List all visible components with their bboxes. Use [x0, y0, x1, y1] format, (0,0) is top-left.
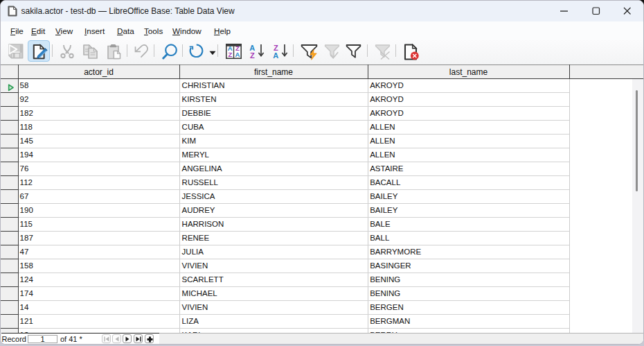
svg-text:A: A: [235, 51, 240, 58]
svg-text:A: A: [273, 51, 278, 60]
svg-text:Z: Z: [228, 51, 232, 58]
svg-text:Z: Z: [250, 51, 255, 60]
